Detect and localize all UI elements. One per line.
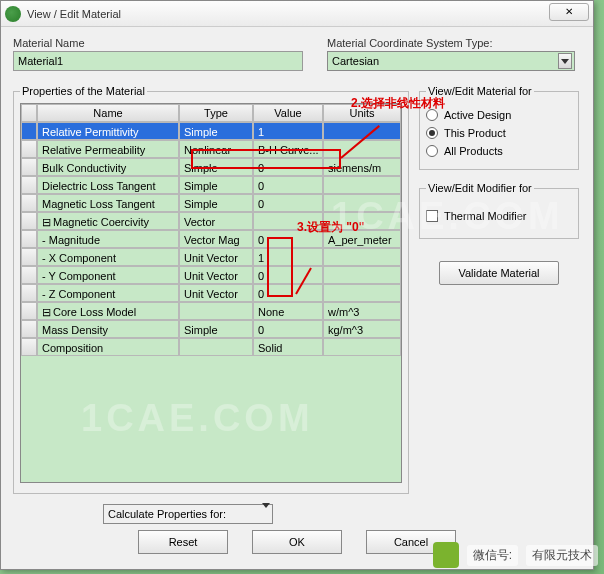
radio-active design[interactable]: [426, 109, 438, 121]
cell-type[interactable]: Unit Vector: [179, 284, 253, 302]
radio-this product[interactable]: [426, 127, 438, 139]
cell-name[interactable]: Dielectric Loss Tangent: [37, 176, 179, 194]
cell-units[interactable]: [323, 266, 401, 284]
cell-value[interactable]: [253, 212, 323, 230]
cell-type[interactable]: Simple: [179, 194, 253, 212]
row-header[interactable]: [21, 140, 37, 158]
radio-label: This Product: [444, 127, 506, 139]
view-edit-legend: View/Edit Material for: [426, 85, 534, 97]
row-header[interactable]: [21, 248, 37, 266]
chevron-down-icon: [558, 53, 572, 69]
cell-name[interactable]: Mass Density: [37, 320, 179, 338]
material-name-input[interactable]: [13, 51, 303, 71]
footer-overlay: 微信号: 有限元技术: [433, 542, 598, 568]
row-header[interactable]: [21, 302, 37, 320]
cell-value[interactable]: 0: [253, 176, 323, 194]
cell-type[interactable]: Vector: [179, 212, 253, 230]
thermal-label: Thermal Modifier: [444, 210, 527, 222]
row-header[interactable]: [21, 158, 37, 176]
row-header[interactable]: [21, 230, 37, 248]
cell-type[interactable]: [179, 338, 253, 356]
cell-units[interactable]: siemens/m: [323, 158, 401, 176]
app-icon: [5, 6, 21, 22]
cell-value[interactable]: Solid: [253, 338, 323, 356]
material-name-label: Material Name: [13, 37, 303, 49]
row-header[interactable]: [21, 284, 37, 302]
cell-name[interactable]: Magnetic Loss Tangent: [37, 194, 179, 212]
close-button[interactable]: ✕: [549, 3, 589, 21]
cell-units[interactable]: kg/m^3: [323, 320, 401, 338]
reset-button[interactable]: Reset: [138, 530, 228, 554]
row-header[interactable]: [21, 176, 37, 194]
cell-units[interactable]: [323, 338, 401, 356]
cell-type[interactable]: Unit Vector: [179, 248, 253, 266]
row-header[interactable]: [21, 212, 37, 230]
cell-units[interactable]: [323, 122, 401, 140]
cell-name[interactable]: - Z Component: [37, 284, 179, 302]
coord-label: Material Coordinate System Type:: [327, 37, 575, 49]
cell-units[interactable]: [323, 176, 401, 194]
cell-value[interactable]: B-H Curve...: [253, 140, 323, 158]
cell-value[interactable]: 0: [253, 158, 323, 176]
modifier-legend: View/Edit Modifier for: [426, 182, 534, 194]
row-header[interactable]: [21, 266, 37, 284]
cell-name[interactable]: Composition: [37, 338, 179, 356]
cell-value[interactable]: 0: [253, 320, 323, 338]
coord-value: Cartesian: [332, 55, 379, 67]
cell-name[interactable]: - X Component: [37, 248, 179, 266]
cell-value[interactable]: 0: [253, 230, 323, 248]
cell-units[interactable]: [323, 284, 401, 302]
cell-type[interactable]: Simple: [179, 122, 253, 140]
cell-type[interactable]: Nonlinear: [179, 140, 253, 158]
row-header[interactable]: [21, 194, 37, 212]
cell-type[interactable]: Simple: [179, 320, 253, 338]
coord-select[interactable]: Cartesian: [327, 51, 575, 71]
radio-all products[interactable]: [426, 145, 438, 157]
cell-name[interactable]: Core Loss Model: [37, 302, 179, 320]
cell-name[interactable]: Bulk Conductivity: [37, 158, 179, 176]
footer-wechat: 微信号:: [467, 545, 518, 566]
titlebar: View / Edit Material ✕: [1, 1, 593, 27]
calc-label: Calculate Properties for:: [108, 508, 226, 520]
cell-units[interactable]: [323, 212, 401, 230]
cell-value[interactable]: 0: [253, 194, 323, 212]
row-header[interactable]: [21, 320, 37, 338]
cell-value[interactable]: 0: [253, 266, 323, 284]
wechat-icon: [433, 542, 459, 568]
dialog: View / Edit Material ✕ Material Name Mat…: [0, 0, 594, 570]
cell-name[interactable]: Magnetic Coercivity: [37, 212, 179, 230]
properties-table[interactable]: NameTypeValueUnits Relative Permittivity…: [20, 103, 402, 483]
chevron-down-icon: [262, 508, 270, 520]
row-header[interactable]: [21, 122, 37, 140]
radio-label: All Products: [444, 145, 503, 157]
row-header[interactable]: [21, 338, 37, 356]
cell-value[interactable]: None: [253, 302, 323, 320]
window-title: View / Edit Material: [27, 8, 121, 20]
cell-type[interactable]: Unit Vector: [179, 266, 253, 284]
cell-type[interactable]: [179, 302, 253, 320]
cell-units[interactable]: [323, 194, 401, 212]
cell-type[interactable]: Simple: [179, 158, 253, 176]
thermal-checkbox[interactable]: [426, 210, 438, 222]
calc-select[interactable]: Calculate Properties for:: [103, 504, 273, 524]
cell-value[interactable]: 1: [253, 248, 323, 266]
cell-name[interactable]: - Y Component: [37, 266, 179, 284]
validate-button[interactable]: Validate Material: [439, 261, 559, 285]
cell-name[interactable]: - Magnitude: [37, 230, 179, 248]
cell-name[interactable]: Relative Permittivity: [37, 122, 179, 140]
cell-value[interactable]: 0: [253, 284, 323, 302]
dialog-body: Material Name Material Coordinate System…: [1, 27, 593, 562]
cell-units[interactable]: w/m^3: [323, 302, 401, 320]
properties-fieldset: Properties of the Material NameTypeValue…: [13, 85, 409, 494]
cell-units[interactable]: A_per_meter: [323, 230, 401, 248]
footer-site: 有限元技术: [526, 545, 598, 566]
cell-units[interactable]: [323, 140, 401, 158]
ok-button[interactable]: OK: [252, 530, 342, 554]
cell-units[interactable]: [323, 248, 401, 266]
modifier-fieldset: View/Edit Modifier for Thermal Modifier: [419, 182, 579, 239]
cell-name[interactable]: Relative Permeability: [37, 140, 179, 158]
properties-legend: Properties of the Material: [20, 85, 147, 97]
cell-type[interactable]: Vector Mag: [179, 230, 253, 248]
cell-type[interactable]: Simple: [179, 176, 253, 194]
cell-value[interactable]: 1: [253, 122, 323, 140]
